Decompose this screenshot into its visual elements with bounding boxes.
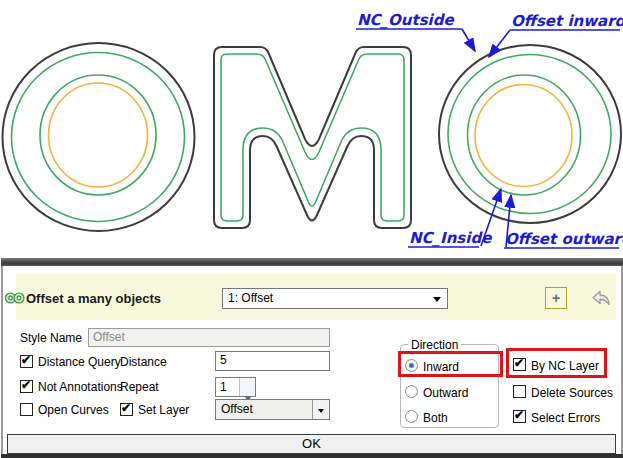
radio-both[interactable] (405, 410, 418, 423)
set-layer-value: Offset (221, 402, 253, 416)
style-select-dropdown[interactable]: 1: Offset (222, 288, 448, 309)
set-layer-label: Set Layer (138, 403, 189, 417)
open-curves-label: Open Curves (38, 403, 109, 417)
radio-outward[interactable] (405, 385, 418, 398)
style-name-label: Style Name (20, 331, 82, 345)
annotation-nc-outside: NC_Outside (357, 11, 454, 29)
repeat-label: Repeat (120, 380, 159, 394)
highlight-inward-option (398, 351, 503, 377)
style-select-value: 1: Offset (228, 291, 273, 305)
select-errors-label: Select Errors (531, 411, 600, 425)
offset-objects-icon (4, 288, 26, 308)
leader-offset-inward (489, 30, 510, 57)
add-style-button[interactable]: + (545, 287, 567, 309)
open-curves-checkbox[interactable] (20, 403, 33, 416)
highlight-by-nc-layer-option (506, 348, 607, 378)
radio-both-label: Both (423, 411, 448, 425)
drawing-canvas: NC_Outside Offset inward NC_Inside Offse… (0, 0, 623, 258)
letter-o-left (3, 43, 195, 231)
distance-query-checkbox[interactable] (20, 355, 33, 368)
dialog-title: Offset a many objects (26, 291, 161, 306)
letter-m (214, 47, 411, 228)
annotation-offset-inward: Offset inward (511, 12, 623, 30)
style-name-field[interactable]: Offset (88, 328, 330, 347)
radio-outward-label: Outward (423, 386, 468, 400)
chevron-down-icon (318, 409, 324, 413)
window-bottom-edge (1, 454, 623, 458)
delete-sources-label: Delete Sources (531, 386, 613, 400)
screen: NC_Outside Offset inward NC_Inside Offse… (0, 0, 623, 458)
spin-down-button[interactable] (240, 387, 255, 396)
distance-label: Distance (120, 355, 167, 369)
set-layer-dropdown-button[interactable] (312, 400, 329, 419)
annotation-nc-inside: NC_Inside (409, 229, 492, 247)
undo-icon[interactable] (589, 288, 612, 308)
delete-sources-checkbox[interactable] (513, 385, 526, 398)
distance-query-label: Distance Query (38, 355, 121, 369)
window-top-edge (1, 258, 623, 266)
leader-nc-outside (462, 29, 475, 51)
not-annotations-checkbox[interactable] (20, 380, 33, 393)
annotation-offset-outward: Offset outward (505, 230, 623, 248)
chevron-down-icon (433, 297, 441, 302)
not-annotations-label: Not Annotations (38, 380, 123, 394)
repeat-value: 1 (220, 380, 227, 394)
ok-button[interactable]: OK (7, 434, 616, 454)
select-errors-checkbox[interactable] (513, 410, 526, 423)
set-layer-checkbox[interactable] (120, 403, 133, 416)
direction-groupbox-label: Direction (408, 338, 461, 352)
distance-input[interactable]: 5 (215, 351, 330, 371)
repeat-spinner[interactable]: 1 (215, 377, 256, 397)
spinner-buttons (239, 378, 255, 396)
set-layer-dropdown[interactable]: Offset (215, 399, 330, 420)
letter-o-right (439, 45, 621, 223)
